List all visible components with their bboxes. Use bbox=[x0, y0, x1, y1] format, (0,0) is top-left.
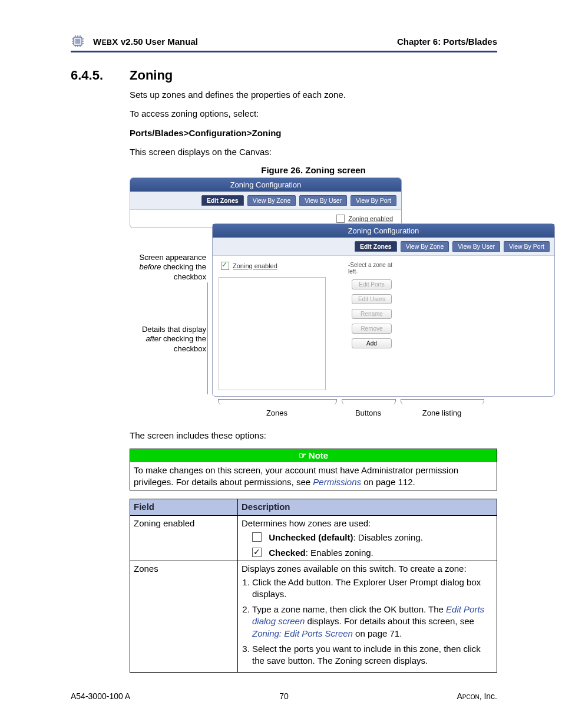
brace-icon bbox=[207, 282, 208, 394]
panel-before-title: Zoning Configuration bbox=[130, 178, 401, 192]
checkbox-checked-inline-icon bbox=[252, 548, 262, 557]
tab-view-by-user[interactable]: View By User bbox=[299, 195, 347, 206]
note-heading: ☞Note bbox=[130, 449, 497, 462]
underbrace-zones-icon bbox=[218, 399, 337, 404]
tab-edit-zones-2[interactable]: Edit Zones bbox=[355, 241, 397, 252]
field-zoning-enabled: Zoning enabled bbox=[130, 515, 238, 561]
link-permissions[interactable]: Permissions bbox=[313, 477, 361, 487]
checkbox-unchecked-inline-icon bbox=[252, 532, 262, 542]
page-footer: A54-3000-100 A 70 Apcon, Inc. bbox=[71, 691, 497, 701]
underlabel-buttons: Buttons bbox=[342, 409, 395, 417]
zoning-enabled-label: Zoning enabled bbox=[348, 215, 393, 222]
col-description: Description bbox=[238, 499, 497, 515]
rename-button[interactable]: Rename bbox=[352, 309, 392, 319]
note-box: ☞Note To make changes on this screen, yo… bbox=[130, 449, 497, 490]
tab-view-by-port[interactable]: View By Port bbox=[351, 195, 396, 206]
tab-view-by-port-2[interactable]: View By Port bbox=[504, 241, 550, 252]
edit-ports-button[interactable]: Edit Ports bbox=[352, 279, 392, 289]
remove-button[interactable]: Remove bbox=[352, 324, 392, 334]
add-button[interactable]: Add bbox=[352, 338, 392, 348]
section-number: 6.4.5. bbox=[71, 68, 130, 83]
underlabel-zones: Zones bbox=[218, 409, 336, 417]
edit-users-button[interactable]: Edit Users bbox=[352, 294, 392, 304]
field-zones: Zones bbox=[130, 561, 238, 673]
svg-rect-1 bbox=[75, 39, 80, 44]
panel-after-tabs: Edit Zones View By Zone View By User Vie… bbox=[213, 238, 554, 256]
tab-view-by-zone[interactable]: View By Zone bbox=[247, 195, 296, 206]
desc-zones: Displays zones available on this switch.… bbox=[238, 561, 497, 673]
link-zoning-edit-ports-screen[interactable]: Zoning: Edit Ports Screen bbox=[252, 628, 353, 638]
tab-view-by-user-2[interactable]: View By User bbox=[452, 241, 500, 252]
zone-listing-area bbox=[395, 262, 548, 390]
annotation-after: Details that display after checking the … bbox=[71, 325, 206, 354]
figure-zoning-screen: Zoning Configuration Edit Zones View By … bbox=[130, 177, 497, 425]
note-body: To make changes on this screen, your acc… bbox=[130, 462, 497, 490]
tab-edit-zones[interactable]: Edit Zones bbox=[201, 195, 244, 206]
step-3: Select the ports you want to include in … bbox=[252, 643, 493, 667]
step-2: Type a zone name, then click the OK butt… bbox=[252, 604, 493, 640]
section-heading: 6.4.5. Zoning bbox=[71, 68, 497, 83]
zoning-enabled-after[interactable]: Zoning enabled bbox=[219, 262, 336, 272]
footer-pagenum: 70 bbox=[71, 691, 497, 701]
page-header: WEBX WebX v2.50 User Manualv2.50 User Ma… bbox=[71, 34, 497, 52]
header-chapter: Chapter 6: Ports/Blades bbox=[397, 37, 497, 47]
zones-listbox[interactable] bbox=[219, 277, 326, 390]
underlabel-listing: Zone listing bbox=[401, 409, 483, 417]
panel-before-tabs: Edit Zones View By Zone View By User Vie… bbox=[130, 192, 401, 210]
underbrace-listing-icon bbox=[401, 399, 484, 404]
para-intro-1: Sets up zones and defines the properties… bbox=[130, 89, 497, 101]
table-row: Zoning enabled Determines how zones are … bbox=[130, 515, 497, 561]
zoning-enabled-label-2: Zoning enabled bbox=[233, 262, 277, 269]
note-icon: ☞ bbox=[299, 450, 306, 460]
annotation-before: Screen appearance before checking the ch… bbox=[71, 253, 206, 282]
header-product: WEBX WebX v2.50 User Manualv2.50 User Ma… bbox=[93, 37, 397, 47]
desc-zoning-enabled: Determines how zones are used: Unchecked… bbox=[238, 515, 497, 561]
panel-after-title: Zoning Configuration bbox=[213, 224, 554, 238]
panel-before: Zoning Configuration Edit Zones View By … bbox=[130, 177, 402, 228]
col-field: Field bbox=[130, 499, 238, 515]
select-zone-hint: -Select a zone at left- bbox=[348, 262, 395, 275]
step-1: Click the Add button. The Explorer User … bbox=[252, 577, 493, 601]
para-options-intro: The screen includes these options: bbox=[130, 430, 497, 442]
table-row: Zones Displays zones available on this s… bbox=[130, 561, 497, 673]
panel-after: Zoning Configuration Edit Zones View By … bbox=[212, 223, 555, 397]
checkbox-checked-icon[interactable] bbox=[221, 262, 229, 270]
chip-icon bbox=[71, 34, 85, 48]
checkbox-unchecked-icon[interactable] bbox=[336, 215, 345, 223]
underbrace-buttons-icon bbox=[342, 399, 396, 404]
button-column: -Select a zone at left- Edit Ports Edit … bbox=[348, 262, 395, 390]
figure-caption: Figure 26. Zoning screen bbox=[130, 165, 497, 175]
para-intro-2: To access zoning options, select: bbox=[130, 108, 497, 120]
section-title: Zoning bbox=[130, 68, 173, 83]
breadcrumb-path: Ports/Blades>Configuration>Zoning bbox=[130, 127, 497, 139]
field-description-table: Field Description Zoning enabled Determi… bbox=[130, 499, 497, 673]
para-intro-3: This screen displays on the Canvas: bbox=[130, 146, 497, 158]
tab-view-by-zone-2[interactable]: View By Zone bbox=[401, 241, 449, 252]
